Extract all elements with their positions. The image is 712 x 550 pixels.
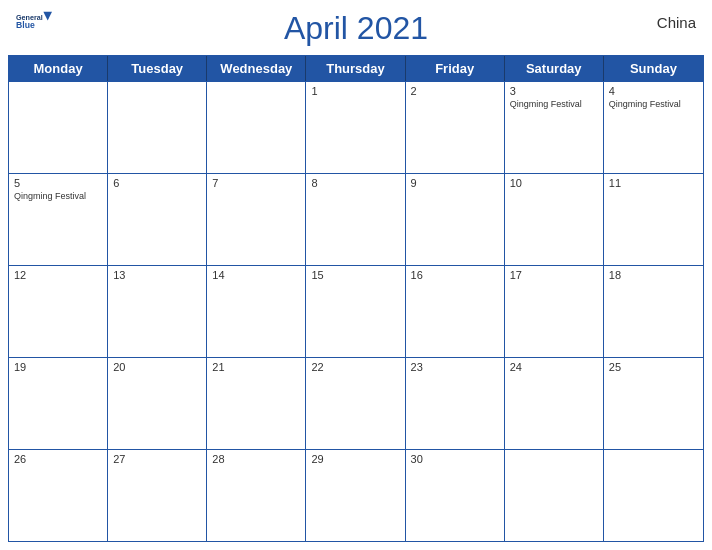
day-cell: 27	[108, 450, 207, 541]
day-number: 26	[14, 453, 102, 465]
day-cell: 3Qingming Festival	[505, 82, 604, 173]
day-header-friday: Friday	[406, 56, 505, 81]
day-cell: 11	[604, 174, 703, 265]
day-cell	[9, 82, 108, 173]
logo-svg: General Blue	[16, 10, 52, 38]
header-top: General Blue April 2021 China	[0, 0, 712, 51]
day-cell: 30	[406, 450, 505, 541]
day-number: 14	[212, 269, 300, 281]
day-number: 12	[14, 269, 102, 281]
day-cell: 13	[108, 266, 207, 357]
day-number: 10	[510, 177, 598, 189]
day-header-tuesday: Tuesday	[108, 56, 207, 81]
day-number: 20	[113, 361, 201, 373]
day-cell: 29	[306, 450, 405, 541]
day-cell	[108, 82, 207, 173]
day-number: 29	[311, 453, 399, 465]
weeks: 123Qingming Festival4Qingming Festival5Q…	[9, 81, 703, 541]
calendar-container: General Blue April 2021 China MondayTues…	[0, 0, 712, 550]
day-header-wednesday: Wednesday	[207, 56, 306, 81]
week-row-2: 5Qingming Festival67891011	[9, 173, 703, 265]
day-number: 16	[411, 269, 499, 281]
day-cell: 4Qingming Festival	[604, 82, 703, 173]
event-text: Qingming Festival	[14, 191, 102, 202]
day-number: 30	[411, 453, 499, 465]
day-number: 21	[212, 361, 300, 373]
week-row-1: 123Qingming Festival4Qingming Festival	[9, 81, 703, 173]
country-label: China	[657, 14, 696, 31]
calendar-title: April 2021	[284, 10, 428, 47]
day-number: 9	[411, 177, 499, 189]
day-number: 23	[411, 361, 499, 373]
day-number: 28	[212, 453, 300, 465]
day-header-thursday: Thursday	[306, 56, 405, 81]
day-header-monday: Monday	[9, 56, 108, 81]
day-header-sunday: Sunday	[604, 56, 703, 81]
day-cell: 7	[207, 174, 306, 265]
day-number: 7	[212, 177, 300, 189]
day-headers: MondayTuesdayWednesdayThursdayFridaySatu…	[9, 56, 703, 81]
day-cell: 26	[9, 450, 108, 541]
week-row-5: 2627282930	[9, 449, 703, 541]
day-number: 2	[411, 85, 499, 97]
day-number: 13	[113, 269, 201, 281]
day-cell: 12	[9, 266, 108, 357]
day-cell: 10	[505, 174, 604, 265]
day-cell: 18	[604, 266, 703, 357]
day-cell: 2	[406, 82, 505, 173]
day-cell: 8	[306, 174, 405, 265]
event-text: Qingming Festival	[609, 99, 698, 110]
svg-marker-2	[43, 12, 52, 21]
day-number: 15	[311, 269, 399, 281]
week-row-4: 19202122232425	[9, 357, 703, 449]
day-cell	[505, 450, 604, 541]
day-number: 6	[113, 177, 201, 189]
day-cell: 22	[306, 358, 405, 449]
day-cell: 6	[108, 174, 207, 265]
day-cell: 14	[207, 266, 306, 357]
day-number: 1	[311, 85, 399, 97]
day-cell: 28	[207, 450, 306, 541]
event-text: Qingming Festival	[510, 99, 598, 110]
day-cell: 21	[207, 358, 306, 449]
day-cell: 20	[108, 358, 207, 449]
day-number: 25	[609, 361, 698, 373]
day-cell: 24	[505, 358, 604, 449]
day-header-saturday: Saturday	[505, 56, 604, 81]
day-cell: 9	[406, 174, 505, 265]
day-cell: 16	[406, 266, 505, 357]
day-cell	[604, 450, 703, 541]
calendar-grid: MondayTuesdayWednesdayThursdayFridaySatu…	[8, 55, 704, 542]
day-cell: 5Qingming Festival	[9, 174, 108, 265]
day-cell: 15	[306, 266, 405, 357]
day-cell	[207, 82, 306, 173]
day-number: 4	[609, 85, 698, 97]
day-number: 5	[14, 177, 102, 189]
day-number: 22	[311, 361, 399, 373]
day-cell: 1	[306, 82, 405, 173]
day-number: 18	[609, 269, 698, 281]
day-number: 3	[510, 85, 598, 97]
day-cell: 19	[9, 358, 108, 449]
svg-text:Blue: Blue	[16, 20, 35, 30]
week-row-3: 12131415161718	[9, 265, 703, 357]
day-number: 8	[311, 177, 399, 189]
day-number: 27	[113, 453, 201, 465]
day-number: 11	[609, 177, 698, 189]
day-number: 17	[510, 269, 598, 281]
day-number: 19	[14, 361, 102, 373]
day-cell: 25	[604, 358, 703, 449]
day-cell: 17	[505, 266, 604, 357]
day-cell: 23	[406, 358, 505, 449]
logo: General Blue	[16, 10, 52, 38]
day-number: 24	[510, 361, 598, 373]
